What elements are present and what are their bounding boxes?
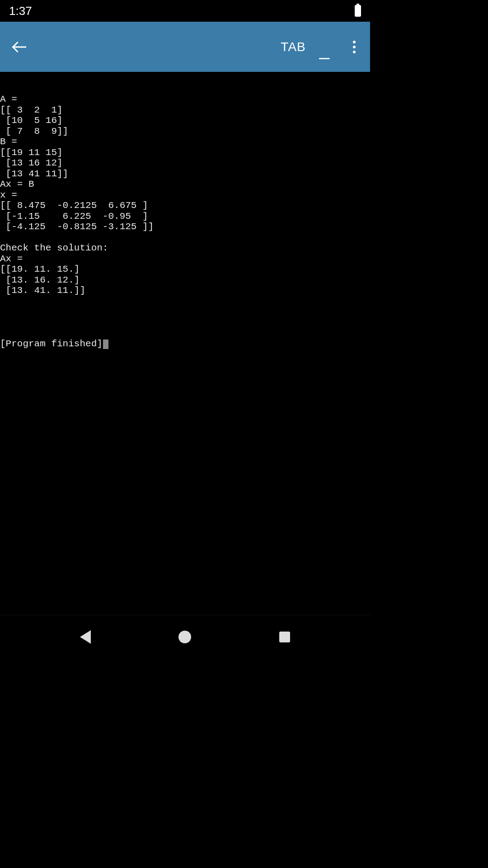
terminal-line: [-4.125 -0.8125 -3.125 ]] (0, 222, 370, 232)
status-bar: 1:37 (0, 0, 370, 22)
terminal-line (0, 307, 370, 317)
terminal-line: [[ 3 2 1] (0, 105, 370, 116)
nav-back-button[interactable] (80, 630, 91, 644)
terminal-line: B = (0, 137, 370, 147)
nav-home-button[interactable] (178, 631, 191, 643)
program-finished-text: [Program finished] (0, 339, 103, 349)
terminal-line: Check the solution: (0, 243, 370, 254)
terminal-line: A = (0, 94, 370, 105)
terminal-line: Ax = (0, 254, 370, 264)
underscore-button[interactable]: _ (319, 36, 329, 58)
terminal-line: [[ 8.475 -0.2125 6.675 ] (0, 200, 370, 211)
back-button[interactable] (9, 36, 31, 58)
tab-button[interactable]: TAB (281, 40, 305, 54)
cursor-icon (103, 340, 108, 349)
nav-bar (0, 615, 370, 658)
terminal-line: [[19 11 15] (0, 147, 370, 158)
app-toolbar: TAB _ (0, 22, 370, 72)
terminal-line (0, 232, 370, 243)
terminal-line: Ax = B (0, 179, 370, 190)
terminal-line: [-1.15 6.225 -0.95 ] (0, 211, 370, 222)
battery-icon (355, 5, 361, 17)
menu-button[interactable] (347, 38, 361, 56)
menu-dots-icon (353, 41, 356, 43)
terminal-output[interactable]: A =[[ 3 2 1] [10 5 16] [ 7 8 9]]B =[[19 … (0, 72, 370, 361)
arrow-left-icon (13, 40, 27, 54)
terminal-line: [13. 16. 12.] (0, 275, 370, 286)
terminal-line (0, 296, 370, 307)
terminal-line: [13 41 11]] (0, 169, 370, 179)
nav-recent-button[interactable] (279, 632, 290, 642)
status-time: 1:37 (9, 4, 32, 18)
terminal-line: [13 16 12] (0, 158, 370, 169)
terminal-line: [[19. 11. 15.] (0, 264, 370, 275)
terminal-line: x = (0, 190, 370, 201)
terminal-line: [ 7 8 9]] (0, 126, 370, 137)
terminal-line: [10 5 16] (0, 115, 370, 126)
terminal-line: [13. 41. 11.]] (0, 285, 370, 296)
